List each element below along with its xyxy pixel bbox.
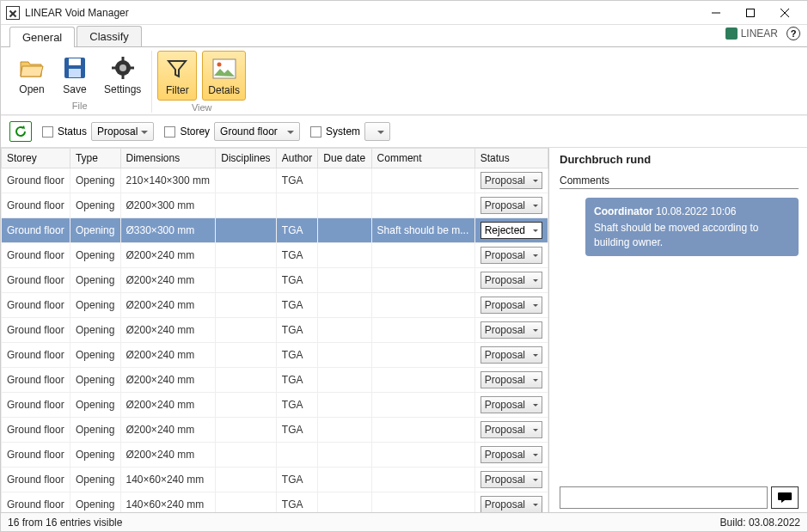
table-row[interactable]: Ground floorOpeningØ200×240 mmProposal: [2, 443, 548, 468]
svg-rect-9: [121, 57, 124, 61]
ribbon: Open Save Settings File Filter Details V: [1, 47, 807, 115]
table-row[interactable]: Ground floorOpeningØ200×240 mmTGAProposa…: [2, 243, 548, 268]
comment-input[interactable]: [560, 486, 768, 509]
status-filter-dropdown[interactable]: Proposal: [91, 122, 154, 141]
status-dropdown[interactable]: Proposal: [481, 471, 542, 488]
system-checkbox[interactable]: [310, 126, 321, 138]
details-button[interactable]: Details: [202, 51, 246, 101]
cell-dim: 140×60×240 mm: [120, 492, 216, 513]
status-dropdown[interactable]: Proposal: [481, 297, 542, 314]
table-header-row: Storey Type Dimensions Disciplines Autho…: [2, 149, 548, 168]
status-dropdown[interactable]: Proposal: [481, 371, 542, 388]
status-dropdown[interactable]: Proposal: [481, 496, 542, 512]
minimize-button[interactable]: [699, 1, 733, 25]
cell-status: Rejected: [474, 218, 548, 243]
table-row[interactable]: Ground floorOpeningØ200×240 mmTGAProposa…: [2, 368, 548, 393]
col-status[interactable]: Status: [474, 149, 548, 168]
tab-classify[interactable]: Classify: [77, 26, 142, 46]
status-dropdown[interactable]: Proposal: [481, 247, 542, 264]
status-checkbox[interactable]: [42, 126, 53, 138]
close-button[interactable]: [768, 1, 802, 25]
table-row[interactable]: Ground floorOpeningØ200×240 mmTGAProposa…: [2, 268, 548, 293]
send-comment-button[interactable]: [771, 486, 799, 509]
col-author[interactable]: Author: [276, 149, 318, 168]
cell-disc: [216, 418, 277, 443]
col-disciplines[interactable]: Disciplines: [216, 149, 277, 168]
filter-button[interactable]: Filter: [157, 51, 197, 101]
cell-comment: [371, 468, 474, 492]
cell-storey: Ground floor: [2, 418, 70, 443]
maximize-button[interactable]: [733, 1, 768, 25]
cell-storey: Ground floor: [2, 318, 70, 343]
speech-bubble-icon: [777, 492, 793, 504]
col-due-date[interactable]: Due date: [318, 149, 371, 168]
status-dropdown[interactable]: Rejected: [481, 222, 542, 239]
cell-disc: [216, 318, 277, 343]
cell-disc: [216, 393, 277, 418]
table-row[interactable]: Ground floorOpeningØ200×240 mmTGAProposa…: [2, 293, 548, 318]
cell-auth: TGA: [276, 393, 318, 418]
help-button[interactable]: ?: [787, 27, 800, 40]
image-icon: [211, 55, 238, 83]
system-filter-dropdown[interactable]: [364, 122, 390, 141]
cell-due: [318, 343, 371, 368]
cell-auth: TGA: [276, 243, 318, 268]
svg-point-14: [217, 63, 221, 67]
cell-auth: TGA: [276, 343, 318, 368]
refresh-button[interactable]: [9, 121, 32, 142]
storey-filter-dropdown[interactable]: Ground floor: [214, 122, 300, 141]
status-dropdown[interactable]: Proposal: [481, 321, 542, 339]
table-row[interactable]: Ground floorOpeningØ200×240 mmTGAProposa…: [2, 343, 548, 368]
tab-general[interactable]: General: [9, 27, 75, 47]
cell-type: Opening: [70, 443, 120, 468]
svg-rect-10: [121, 75, 124, 79]
svg-rect-11: [112, 67, 116, 70]
voids-table[interactable]: Storey Type Dimensions Disciplines Autho…: [1, 148, 549, 512]
cell-auth: TGA: [276, 168, 318, 193]
cell-comment: [371, 268, 474, 293]
cell-type: Opening: [70, 468, 120, 492]
cell-auth: [276, 443, 318, 468]
col-storey[interactable]: Storey: [2, 149, 70, 168]
cell-disc: [216, 218, 277, 243]
table-row[interactable]: Ground floorOpeningØ330×300 mmTGAShaft s…: [2, 218, 548, 243]
status-dropdown[interactable]: Proposal: [481, 172, 542, 189]
cell-comment: [371, 243, 474, 268]
cell-comment: [371, 193, 474, 218]
table-row[interactable]: Ground floorOpeningØ200×240 mmTGAProposa…: [2, 393, 548, 418]
comment-body: Shaft should be moved according to build…: [594, 221, 790, 250]
system-filter-label: System: [326, 125, 360, 138]
table-row[interactable]: Ground floorOpeningØ200×300 mmProposal: [2, 193, 548, 218]
cell-comment: [371, 343, 474, 368]
settings-button[interactable]: Settings: [99, 51, 146, 99]
status-dropdown[interactable]: Proposal: [481, 197, 542, 214]
table-row[interactable]: Ground floorOpening140×60×240 mmTGAPropo…: [2, 468, 548, 492]
table-row[interactable]: Ground floorOpeningØ200×240 mmTGAProposa…: [2, 418, 548, 443]
open-button[interactable]: Open: [13, 51, 51, 99]
status-dropdown[interactable]: Proposal: [481, 272, 542, 289]
status-dropdown[interactable]: Proposal: [481, 396, 542, 413]
cell-dim: Ø200×240 mm: [120, 368, 216, 393]
cell-disc: [216, 168, 277, 193]
table-row[interactable]: Ground floorOpening210×140×300 mmTGAProp…: [2, 168, 548, 193]
cell-due: [318, 418, 371, 443]
cell-dim: Ø200×240 mm: [120, 393, 216, 418]
col-comment[interactable]: Comment: [371, 149, 474, 168]
cell-comment: [371, 393, 474, 418]
filter-bar: Status Proposal Storey Ground floor Syst…: [1, 115, 807, 148]
status-dropdown[interactable]: Proposal: [481, 346, 542, 364]
table-row[interactable]: Ground floorOpening140×60×240 mmTGAPropo…: [2, 492, 548, 513]
cell-dim: Ø330×300 mm: [120, 218, 216, 243]
status-dropdown[interactable]: Proposal: [481, 446, 542, 463]
table-row[interactable]: Ground floorOpeningØ200×240 mmTGAProposa…: [2, 318, 548, 343]
save-button[interactable]: Save: [56, 51, 94, 99]
col-dimensions[interactable]: Dimensions: [120, 149, 216, 168]
cell-disc: [216, 368, 277, 393]
cell-storey: Ground floor: [2, 343, 70, 368]
status-dropdown[interactable]: Proposal: [481, 421, 542, 438]
cell-auth: TGA: [276, 318, 318, 343]
storey-checkbox[interactable]: [164, 126, 175, 138]
cell-storey: Ground floor: [2, 492, 70, 513]
col-type[interactable]: Type: [70, 149, 120, 168]
comment-item: Coordinator 10.08.2022 10:06 Shaft shoul…: [585, 198, 799, 256]
